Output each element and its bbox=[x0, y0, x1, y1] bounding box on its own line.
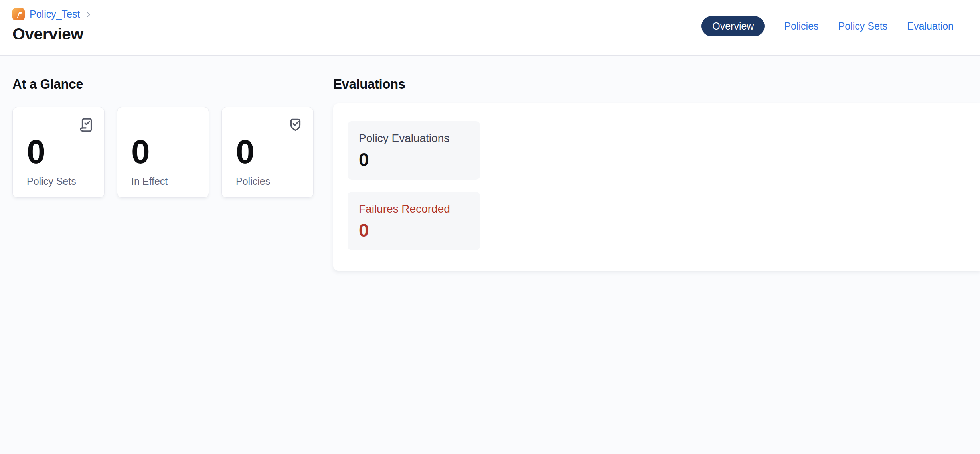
page-title: Overview bbox=[12, 25, 92, 43]
policy-evaluations-stat: Policy Evaluations 0 bbox=[348, 121, 480, 180]
sentinel-flag-logo-icon bbox=[12, 8, 25, 20]
in-effect-count: 0 bbox=[131, 136, 202, 168]
nav-tab-evaluation[interactable]: Evaluation bbox=[907, 20, 954, 32]
failures-recorded-label: Failures Recorded bbox=[359, 203, 469, 215]
failures-recorded-stat: Failures Recorded 0 bbox=[348, 192, 480, 250]
at-a-glance-heading: At a Glance bbox=[12, 77, 314, 91]
failures-recorded-count: 0 bbox=[359, 221, 469, 239]
policy-sets-label: Policy Sets bbox=[27, 176, 98, 187]
header-title-block: Policy_Test Overview bbox=[12, 0, 92, 43]
in-effect-label: In Effect bbox=[131, 176, 202, 187]
main-content: At a Glance 0 Policy Sets 0 In Effect bbox=[0, 56, 980, 271]
evaluations-panel: Policy Evaluations 0 Failures Recorded 0 bbox=[333, 103, 980, 271]
policy-sets-count: 0 bbox=[27, 136, 98, 168]
glance-card-in-effect: 0 In Effect bbox=[117, 107, 209, 198]
glance-cards-row: 0 Policy Sets 0 In Effect 0 Policies bbox=[12, 107, 314, 198]
evaluations-section: Evaluations Policy Evaluations 0 Failure… bbox=[333, 77, 980, 271]
nav-tab-policies[interactable]: Policies bbox=[784, 20, 818, 32]
scroll-check-icon bbox=[77, 115, 96, 135]
glance-card-policy-sets: 0 Policy Sets bbox=[12, 107, 105, 198]
page-header: Policy_Test Overview Overview Policies P… bbox=[0, 0, 980, 56]
evaluations-heading: Evaluations bbox=[333, 77, 980, 91]
nav-tab-overview[interactable]: Overview bbox=[701, 16, 765, 36]
nav-tab-policy-sets[interactable]: Policy Sets bbox=[838, 20, 888, 32]
policy-evaluations-label: Policy Evaluations bbox=[359, 132, 469, 145]
policy-evaluations-count: 0 bbox=[359, 150, 469, 169]
header-nav: Overview Policies Policy Sets Evaluation bbox=[701, 0, 954, 36]
at-a-glance-section: At a Glance 0 Policy Sets 0 In Effect bbox=[12, 77, 314, 198]
policies-label: Policies bbox=[236, 176, 307, 187]
breadcrumb-chevron-icon bbox=[85, 10, 92, 18]
breadcrumb-link-policy-test[interactable]: Policy_Test bbox=[30, 8, 80, 20]
breadcrumb: Policy_Test bbox=[12, 8, 92, 20]
glance-card-policies: 0 Policies bbox=[221, 107, 314, 198]
shield-check-icon bbox=[286, 115, 305, 135]
policies-count: 0 bbox=[236, 136, 307, 168]
